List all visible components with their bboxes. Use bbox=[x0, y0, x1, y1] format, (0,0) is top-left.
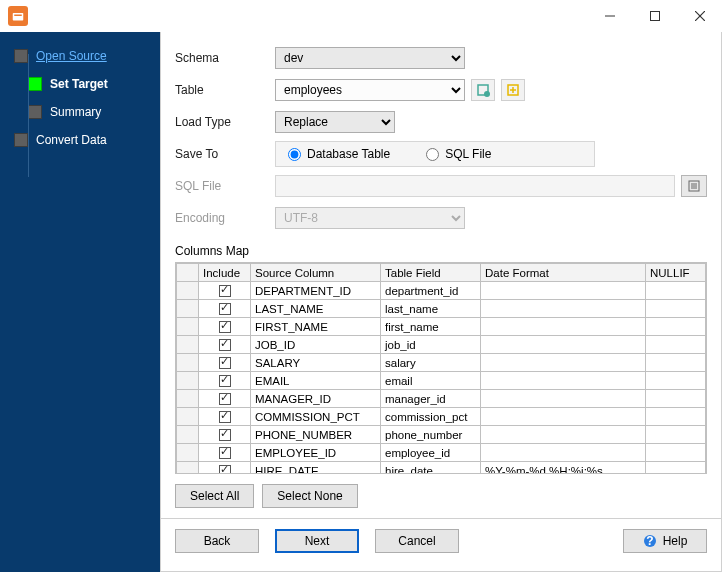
col-dateformat[interactable]: Date Format bbox=[481, 264, 646, 282]
cell-field[interactable]: email bbox=[381, 372, 481, 390]
cell-nullif[interactable] bbox=[646, 444, 706, 462]
cell-dateformat[interactable] bbox=[481, 354, 646, 372]
sidebar-item-set-target[interactable]: Set Target bbox=[0, 70, 160, 98]
help-button[interactable]: ? Help bbox=[623, 529, 707, 553]
row-header[interactable] bbox=[177, 408, 199, 426]
cell-include[interactable] bbox=[199, 300, 251, 318]
cell-field[interactable]: salary bbox=[381, 354, 481, 372]
cell-nullif[interactable] bbox=[646, 390, 706, 408]
cell-dateformat[interactable] bbox=[481, 300, 646, 318]
table-row[interactable]: DEPARTMENT_IDdepartment_id bbox=[177, 282, 706, 300]
row-header[interactable] bbox=[177, 282, 199, 300]
refresh-tables-button[interactable] bbox=[471, 79, 495, 101]
table-row[interactable]: FIRST_NAMEfirst_name bbox=[177, 318, 706, 336]
cell-include[interactable] bbox=[199, 408, 251, 426]
loadtype-select[interactable]: Replace bbox=[275, 111, 395, 133]
cell-field[interactable]: manager_id bbox=[381, 390, 481, 408]
cell-include[interactable] bbox=[199, 426, 251, 444]
saveto-sqlfile-radio[interactable]: SQL File bbox=[426, 147, 491, 161]
cell-source[interactable]: HIRE_DATE bbox=[251, 462, 381, 475]
next-button[interactable]: Next bbox=[275, 529, 359, 553]
back-button[interactable]: Back bbox=[175, 529, 259, 553]
cell-field[interactable]: department_id bbox=[381, 282, 481, 300]
cell-dateformat[interactable] bbox=[481, 444, 646, 462]
row-header[interactable] bbox=[177, 336, 199, 354]
cell-nullif[interactable] bbox=[646, 300, 706, 318]
cell-include[interactable] bbox=[199, 354, 251, 372]
cell-dateformat[interactable] bbox=[481, 408, 646, 426]
row-header[interactable] bbox=[177, 444, 199, 462]
cell-field[interactable]: first_name bbox=[381, 318, 481, 336]
cell-nullif[interactable] bbox=[646, 282, 706, 300]
col-field[interactable]: Table Field bbox=[381, 264, 481, 282]
cell-source[interactable]: MANAGER_ID bbox=[251, 390, 381, 408]
columns-grid[interactable]: Include Source Column Table Field Date F… bbox=[175, 262, 707, 474]
table-row[interactable]: JOB_IDjob_id bbox=[177, 336, 706, 354]
cell-source[interactable]: JOB_ID bbox=[251, 336, 381, 354]
cell-include[interactable] bbox=[199, 318, 251, 336]
schema-select[interactable]: dev bbox=[275, 47, 465, 69]
cell-source[interactable]: EMAIL bbox=[251, 372, 381, 390]
cell-dateformat[interactable]: %Y-%m-%d %H:%i:%s bbox=[481, 462, 646, 475]
col-nullif[interactable]: NULLIF bbox=[646, 264, 706, 282]
cell-dateformat[interactable] bbox=[481, 390, 646, 408]
cell-include[interactable] bbox=[199, 444, 251, 462]
cell-source[interactable]: SALARY bbox=[251, 354, 381, 372]
cell-nullif[interactable] bbox=[646, 372, 706, 390]
cell-nullif[interactable] bbox=[646, 462, 706, 475]
cell-include[interactable] bbox=[199, 462, 251, 475]
cell-source[interactable]: LAST_NAME bbox=[251, 300, 381, 318]
cell-source[interactable]: FIRST_NAME bbox=[251, 318, 381, 336]
cell-field[interactable]: employee_id bbox=[381, 444, 481, 462]
select-none-button[interactable]: Select None bbox=[262, 484, 357, 508]
sidebar-item-summary[interactable]: Summary bbox=[0, 98, 160, 126]
cell-field[interactable]: job_id bbox=[381, 336, 481, 354]
window-minimize-button[interactable] bbox=[587, 1, 632, 31]
new-table-button[interactable] bbox=[501, 79, 525, 101]
saveto-database-radio[interactable]: Database Table bbox=[288, 147, 390, 161]
cell-source[interactable]: DEPARTMENT_ID bbox=[251, 282, 381, 300]
row-header[interactable] bbox=[177, 300, 199, 318]
cell-dateformat[interactable] bbox=[481, 372, 646, 390]
cell-source[interactable]: COMMISSION_PCT bbox=[251, 408, 381, 426]
row-header[interactable] bbox=[177, 318, 199, 336]
table-select[interactable]: employees bbox=[275, 79, 465, 101]
cell-dateformat[interactable] bbox=[481, 426, 646, 444]
select-all-button[interactable]: Select All bbox=[175, 484, 254, 508]
cell-dateformat[interactable] bbox=[481, 336, 646, 354]
table-row[interactable]: COMMISSION_PCTcommission_pct bbox=[177, 408, 706, 426]
col-include[interactable]: Include bbox=[199, 264, 251, 282]
cell-field[interactable]: last_name bbox=[381, 300, 481, 318]
cell-field[interactable]: phone_number bbox=[381, 426, 481, 444]
row-header[interactable] bbox=[177, 372, 199, 390]
table-row[interactable]: HIRE_DATEhire_date%Y-%m-%d %H:%i:%s bbox=[177, 462, 706, 475]
cell-nullif[interactable] bbox=[646, 318, 706, 336]
table-row[interactable]: MANAGER_IDmanager_id bbox=[177, 390, 706, 408]
table-row[interactable]: EMPLOYEE_IDemployee_id bbox=[177, 444, 706, 462]
cell-nullif[interactable] bbox=[646, 336, 706, 354]
row-header[interactable] bbox=[177, 426, 199, 444]
cell-field[interactable]: commission_pct bbox=[381, 408, 481, 426]
table-row[interactable]: PHONE_NUMBERphone_number bbox=[177, 426, 706, 444]
row-header[interactable] bbox=[177, 390, 199, 408]
cell-source[interactable]: PHONE_NUMBER bbox=[251, 426, 381, 444]
cell-dateformat[interactable] bbox=[481, 282, 646, 300]
table-row[interactable]: SALARYsalary bbox=[177, 354, 706, 372]
sidebar-item-open-source[interactable]: Open Source bbox=[0, 42, 160, 70]
cell-include[interactable] bbox=[199, 282, 251, 300]
table-row[interactable]: LAST_NAMElast_name bbox=[177, 300, 706, 318]
table-row[interactable]: EMAILemail bbox=[177, 372, 706, 390]
cell-field[interactable]: hire_date bbox=[381, 462, 481, 475]
cell-nullif[interactable] bbox=[646, 354, 706, 372]
window-close-button[interactable] bbox=[677, 1, 722, 31]
window-maximize-button[interactable] bbox=[632, 1, 677, 31]
cell-source[interactable]: EMPLOYEE_ID bbox=[251, 444, 381, 462]
sqlfile-browse-button[interactable] bbox=[681, 175, 707, 197]
row-header[interactable] bbox=[177, 354, 199, 372]
row-header[interactable] bbox=[177, 462, 199, 475]
sidebar-item-convert-data[interactable]: Convert Data bbox=[0, 126, 160, 154]
col-source[interactable]: Source Column bbox=[251, 264, 381, 282]
cell-nullif[interactable] bbox=[646, 426, 706, 444]
cell-include[interactable] bbox=[199, 372, 251, 390]
cell-include[interactable] bbox=[199, 390, 251, 408]
